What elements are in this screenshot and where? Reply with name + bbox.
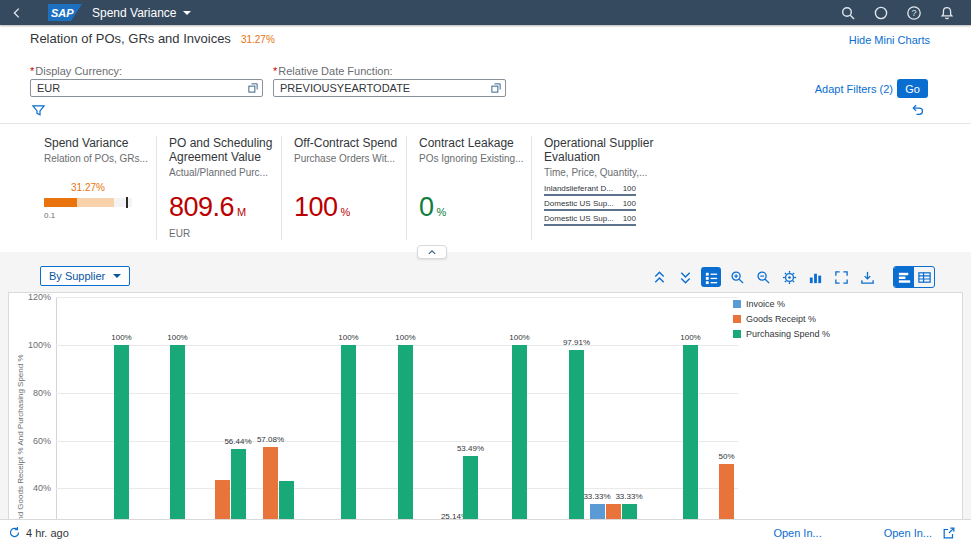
chart-view-button[interactable] [894,267,914,287]
gridline [56,441,738,442]
kpi-card-supplier-evaluation[interactable]: Operational Supplier Evaluation Time, Pr… [544,136,656,244]
zoom-in-button[interactable] [727,267,747,287]
search-icon [840,5,856,21]
display-currency-label: *Display Currency: [30,65,122,77]
horizontal-bar-chart-icon [897,270,912,285]
bar[interactable] [114,345,129,545]
expand-arrows-icon [834,270,849,285]
help-button[interactable]: ? [906,5,922,21]
bar[interactable] [170,345,185,545]
kpi-title: Operational Supplier Evaluation [544,136,656,164]
bar-value-label: 100% [667,333,715,342]
open-external-button[interactable] [942,525,958,541]
collapse-header-button[interactable] [417,245,447,259]
hide-mini-charts-link[interactable]: Hide Mini Charts [849,34,930,46]
back-button[interactable] [0,0,34,25]
notifications-button[interactable] [939,5,955,21]
y-axis-tick: 120% [9,292,51,302]
page-header: Relation of POs, GRs and Invoices 31.27%… [0,25,971,124]
adapt-filters-link[interactable]: Adapt Filters (2) [815,83,893,95]
legend-icon [704,270,719,285]
value-help-button[interactable] [245,81,261,95]
kpi-card-po-value[interactable]: PO and Scheduling Agreement Value Actual… [169,136,281,244]
bar[interactable] [569,350,584,545]
relative-date-input[interactable] [273,79,506,97]
footer-bar: 4 hr. ago Open In... Open In... [0,519,971,545]
bar[interactable] [398,345,413,545]
fullscreen-button[interactable] [831,267,851,287]
page-title-row: Relation of POs, GRs and Invoices 31.27% [30,31,275,46]
kpi-subtitle: Relation of POs, GRs... [44,153,156,164]
download-icon [860,270,875,285]
kpi-card-contract-leakage[interactable]: Contract Leakage POs Ignoring Existing..… [419,136,531,244]
page-title-metric: 31.27% [241,34,275,45]
chart-legend: Invoice %Goods Receipt %Purchasing Spend… [733,299,830,344]
kpi-divider [406,136,407,240]
legend-item[interactable]: Purchasing Spend % [733,329,830,339]
open-in-link-1[interactable]: Open In... [773,527,821,539]
y-axis-tick: 80% [9,388,51,398]
search-button[interactable] [840,5,856,21]
zoom-out-button[interactable] [753,267,773,287]
bar-value-label: 100% [496,333,544,342]
kpi-value: 100% [294,192,350,223]
bullet-axis-min: 0.1 [44,211,55,220]
refresh-control[interactable]: 4 hr. ago [8,526,69,539]
gridline [56,488,738,489]
table-view-button[interactable] [914,267,934,287]
bullet-micro-chart [44,198,132,207]
refresh-icon [8,526,21,539]
bar-value-label: 100% [325,333,373,342]
zoom-in-icon [730,270,745,285]
app-window: SAP Spend Variance ? Relation of POs, GR… [0,0,971,545]
chart-toolbar [649,266,935,288]
kpi-card-row: Spend Variance Relation of POs, GRs... 3… [0,124,971,252]
legend-item[interactable]: Goods Receipt % [733,314,830,324]
svg-text:?: ? [911,8,916,18]
kpi-title: PO and Scheduling Agreement Value [169,136,281,164]
legend-label: Purchasing Spend % [746,329,830,339]
kpi-value: 809.6M [169,192,246,223]
y-axis-line [56,297,57,545]
copilot-button[interactable] [873,5,889,21]
required-asterisk: * [273,65,277,77]
reset-button[interactable] [910,101,926,117]
gridline [56,393,738,394]
value-help-button[interactable] [488,81,504,95]
open-in-link-2[interactable]: Open In... [884,527,932,539]
bar[interactable] [683,345,698,545]
double-chevron-down-icon [678,270,693,285]
zoom-out-icon [756,270,771,285]
chart-type-button[interactable] [805,267,825,287]
chart-settings-button[interactable] [779,267,799,287]
collapse-all-button[interactable] [649,267,669,287]
bullet-chart-value: 31.27% [44,182,132,193]
bar-chart-area[interactable]: Invoice % And Goods Receipt % And Purcha… [8,292,963,545]
view-by-select[interactable]: By Supplier [40,266,130,286]
download-button[interactable] [857,267,877,287]
chevron-up-icon [427,248,437,256]
required-asterisk: * [30,65,34,77]
app-title-menu[interactable]: Spend Variance [92,6,191,20]
display-currency-combo [30,79,263,97]
kpi-card-spend-variance[interactable]: Spend Variance Relation of POs, GRs... 3… [44,136,156,244]
kpi-card-off-contract-spend[interactable]: Off-Contract Spend Purchase Orders Wit..… [294,136,406,244]
view-switch [893,266,935,288]
chevron-down-icon [113,274,121,278]
bar-value-label: 97.91% [553,338,601,347]
kpi-subtitle: Time, Price, Quantity,... [544,167,656,178]
display-currency-input[interactable] [30,79,263,97]
bar[interactable] [341,345,356,545]
question-mark-icon: ? [906,5,922,21]
legend-label: Invoice % [746,299,785,309]
comparison-bar [544,224,636,226]
go-button[interactable]: Go [897,79,928,98]
expand-all-button[interactable] [675,267,695,287]
chevron-down-icon [183,11,191,15]
filter-funnel-button[interactable] [31,102,47,118]
bar[interactable] [512,345,527,545]
bullet-actual-bar [44,198,77,207]
legend-toggle-button[interactable] [701,267,721,287]
legend-item[interactable]: Invoice % [733,299,830,309]
comparison-bar [544,209,636,211]
